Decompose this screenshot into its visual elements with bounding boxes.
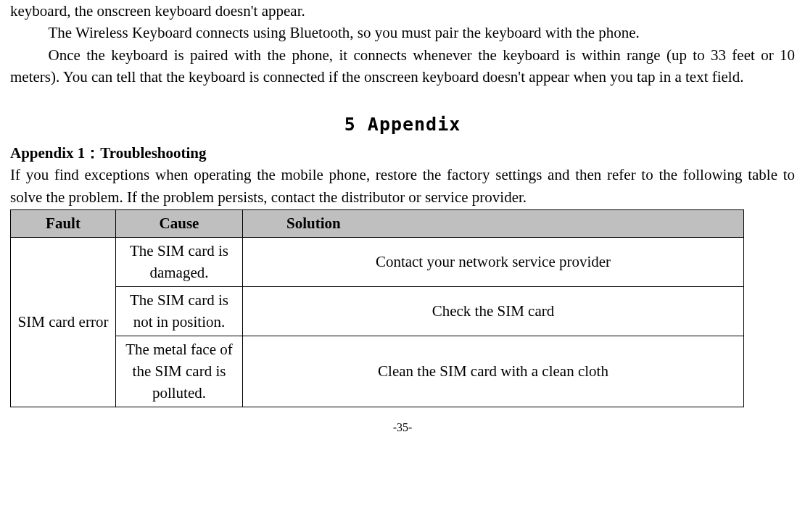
header-fault: Fault: [11, 210, 116, 237]
page-number: -35-: [10, 419, 795, 436]
cell-solution: Check the SIM card: [243, 286, 744, 336]
cell-cause: The SIM card is not in position.: [116, 286, 243, 336]
header-solution: Solution: [243, 210, 744, 237]
cell-cause: The metal face of the SIM card is pollut…: [116, 336, 243, 407]
body-text-line: keyboard, the onscreen keyboard doesn't …: [10, 0, 795, 22]
section-title: 5 Appendix: [10, 112, 795, 138]
table-row: The SIM card is not in position. Check t…: [11, 286, 744, 336]
table-row: SIM card error The SIM card is damaged. …: [11, 237, 744, 286]
cell-fault: SIM card error: [11, 237, 116, 407]
cell-solution: Contact your network service provider: [243, 237, 744, 286]
header-cause: Cause: [116, 210, 243, 237]
troubleshooting-table: Fault Cause Solution SIM card error The …: [10, 209, 744, 407]
appendix-heading: Appendix 1：Troubleshooting: [10, 142, 795, 164]
body-text-line: Once the keyboard is paired with the pho…: [10, 44, 795, 88]
body-text-line: The Wireless Keyboard connects using Blu…: [10, 22, 795, 43]
table-row: The metal face of the SIM card is pollut…: [11, 336, 744, 407]
cell-cause: The SIM card is damaged.: [116, 237, 243, 286]
cell-solution: Clean the SIM card with a clean cloth: [243, 336, 744, 407]
appendix-intro: If you find exceptions when operating th…: [10, 164, 795, 208]
table-header-row: Fault Cause Solution: [11, 210, 744, 237]
